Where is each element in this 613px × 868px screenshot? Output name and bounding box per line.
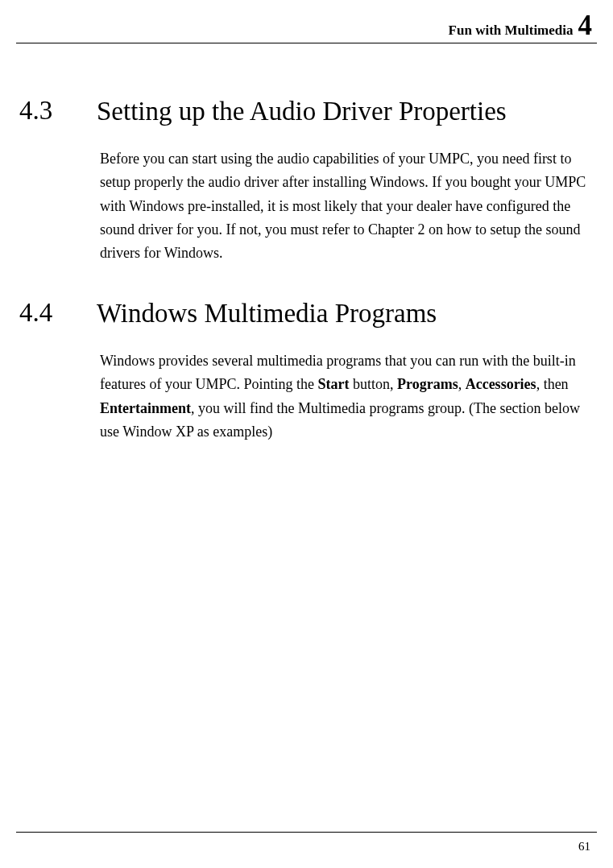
bold-term: Accessories (466, 376, 536, 392)
paragraph-text: , then (536, 376, 569, 392)
running-header-title: Fun with Multimedia (449, 23, 574, 39)
bold-term: Programs (397, 376, 458, 392)
section-heading: 4.3 Setting up the Audio Driver Properti… (16, 95, 597, 128)
section-title: Windows Multimedia Programs (97, 297, 597, 330)
paragraph-text: , (458, 376, 466, 392)
section-number: 4.3 (16, 95, 97, 127)
section-number: 4.4 (16, 297, 97, 329)
bold-term: Start (317, 376, 349, 392)
section-title: Setting up the Audio Driver Properties (97, 95, 597, 128)
paragraph-text: button, (349, 376, 397, 392)
page-wrapper: Fun with Multimedia 4 4.3 Setting up the… (0, 0, 613, 868)
bold-term: Entertainment (100, 400, 191, 416)
section-heading: 4.4 Windows Multimedia Programs (16, 297, 597, 330)
section-paragraph: Before you can start using the audio cap… (100, 147, 592, 265)
running-header: Fun with Multimedia 4 (16, 0, 597, 43)
page-number: 61 (578, 840, 590, 854)
footer-rule (16, 832, 597, 833)
running-header-chapter-number: 4 (578, 11, 593, 39)
section-paragraph: Windows provides several multimedia prog… (100, 349, 592, 444)
